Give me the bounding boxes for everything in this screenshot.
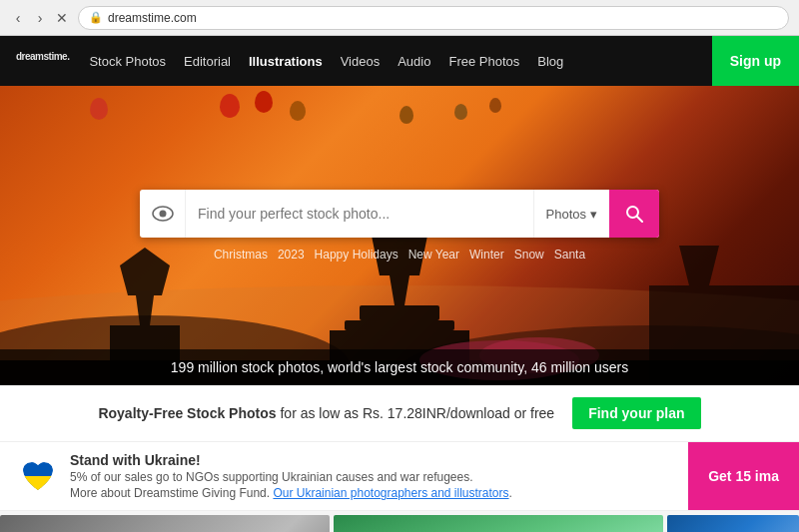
balloon-2 <box>220 94 240 118</box>
balloon-7 <box>489 98 501 113</box>
svg-rect-18 <box>23 476 53 490</box>
get-images-button[interactable]: Get 15 ima <box>688 442 799 510</box>
svg-marker-10 <box>679 246 719 285</box>
ukraine-text-line1: 5% of our sales go to NGOs supporting Uk… <box>70 470 779 484</box>
search-tag-snow[interactable]: Snow <box>514 248 544 262</box>
search-tag-new-year[interactable]: New Year <box>408 248 459 262</box>
photo-thumb-1[interactable] <box>0 515 330 532</box>
promo-regular-text: for as low as Rs. 17.28INR/download or f… <box>277 405 555 421</box>
ukraine-photographers-link[interactable]: Our Ukrainian photographers and illustra… <box>273 486 508 500</box>
search-tag-christmas[interactable]: Christmas <box>214 248 268 262</box>
nav-illustrations[interactable]: Illustrations <box>249 54 323 69</box>
search-tag-2023[interactable]: 2023 <box>278 248 305 262</box>
svg-point-15 <box>159 211 166 218</box>
balloon-5 <box>400 106 413 124</box>
search-type-dropdown[interactable]: Photos ▾ <box>533 190 609 238</box>
search-input[interactable] <box>186 190 533 238</box>
signup-button[interactable]: Sign up <box>712 36 799 86</box>
browser-chrome: ‹ › ✕ 🔒 dreamstime.com <box>0 0 799 36</box>
ukraine-heart-icon <box>20 458 56 494</box>
search-box: Photos ▾ <box>140 190 659 238</box>
svg-rect-4 <box>360 305 439 320</box>
stats-bar: 199 million stock photos, world's larges… <box>0 349 799 385</box>
chevron-down-icon: ▾ <box>590 207 597 222</box>
promo-text: Royalty-Free Stock Photos for as low as … <box>98 405 554 421</box>
search-tag-happy-holidays[interactable]: Happy Holidays <box>315 248 399 262</box>
search-tags: Christmas 2023 Happy Holidays New Year W… <box>214 248 585 262</box>
browser-controls: ‹ › ✕ <box>10 10 70 26</box>
ukraine-text-line2: More about Dreamstime Giving Fund. Our U… <box>70 486 779 500</box>
balloon-3 <box>255 91 273 113</box>
forward-button[interactable]: › <box>32 10 48 26</box>
ukraine-bar: Stand with Ukraine! 5% of our sales go t… <box>0 442 799 511</box>
url-text: dreamstime.com <box>108 11 197 25</box>
address-bar[interactable]: 🔒 dreamstime.com <box>78 6 789 30</box>
search-container: Photos ▾ Christmas 2023 Happy Holidays N… <box>140 190 659 262</box>
photo-grid <box>0 511 799 532</box>
lock-icon: 🔒 <box>89 11 103 24</box>
balloon-6 <box>454 104 467 120</box>
nav-stock-photos[interactable]: Stock Photos <box>89 54 166 69</box>
promo-bold-text: Royalty-Free Stock Photos <box>98 405 276 421</box>
promo-bar: Royalty-Free Stock Photos for as low as … <box>0 385 799 442</box>
balloon-4 <box>290 101 306 121</box>
logo[interactable]: dreamstime. <box>16 51 69 72</box>
nav-links: Stock Photos Editorial Illustrations Vid… <box>89 52 563 70</box>
search-button[interactable] <box>609 190 659 238</box>
eye-icon <box>140 190 186 238</box>
balloon-1 <box>90 98 108 120</box>
nav-free-photos[interactable]: Free Photos <box>448 54 519 69</box>
ukraine-title: Stand with Ukraine! <box>70 452 779 468</box>
nav-audio[interactable]: Audio <box>398 54 430 69</box>
photo-thumb-3[interactable] <box>667 515 799 532</box>
photo-thumb-2[interactable] <box>334 515 663 532</box>
hero-section: Photos ▾ Christmas 2023 Happy Holidays N… <box>0 86 799 385</box>
svg-rect-5 <box>345 320 454 330</box>
find-plan-button[interactable]: Find your plan <box>572 397 700 429</box>
ukraine-content: Stand with Ukraine! 5% of our sales go t… <box>70 452 779 500</box>
main-nav: dreamstime. Stock Photos Editorial Illus… <box>0 36 799 86</box>
search-tag-santa[interactable]: Santa <box>554 248 585 262</box>
close-button[interactable]: ✕ <box>54 10 70 26</box>
back-button[interactable]: ‹ <box>10 10 26 26</box>
nav-videos[interactable]: Videos <box>341 54 381 69</box>
nav-editorial[interactable]: Editorial <box>184 54 231 69</box>
svg-line-17 <box>637 217 642 222</box>
search-tag-winter[interactable]: Winter <box>469 248 504 262</box>
nav-blog[interactable]: Blog <box>537 54 563 69</box>
